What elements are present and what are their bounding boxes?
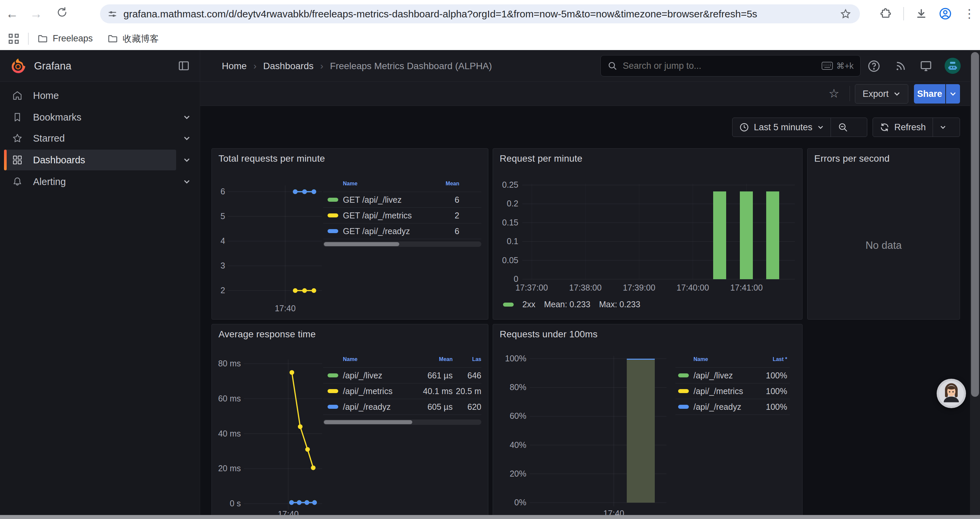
help-icon[interactable] xyxy=(866,58,882,74)
search-input[interactable] xyxy=(623,61,822,71)
grafana-logo[interactable] xyxy=(10,57,27,74)
search-shortcut: ⌘+k xyxy=(822,61,854,71)
series-name[interactable]: /api/_/livez xyxy=(343,371,413,380)
export-button[interactable]: Export xyxy=(855,84,908,104)
chevron-down-icon[interactable] xyxy=(182,113,191,122)
legend-scrollbar[interactable] xyxy=(323,420,481,425)
series-chip-green[interactable] xyxy=(328,374,338,377)
series-last: 620 xyxy=(453,402,481,412)
legend-header-mean[interactable]: Mean xyxy=(419,181,459,187)
profile-icon[interactable] xyxy=(939,7,952,21)
site-settings-icon[interactable] xyxy=(107,9,118,19)
sidebar-item-link[interactable]: Bookmarks xyxy=(4,107,176,128)
grafana-brand[interactable]: Grafana xyxy=(34,60,72,72)
series-mean: 2 xyxy=(419,211,459,220)
chevron-down-icon[interactable] xyxy=(182,177,191,186)
bookmark-folder-freeleaps[interactable]: Freeleaps xyxy=(37,34,93,44)
series-chip-blue[interactable] xyxy=(328,229,338,233)
legend-scrollbar[interactable] xyxy=(323,241,481,247)
bookmark-star-icon[interactable] xyxy=(840,8,851,20)
scrollbar-thumb[interactable] xyxy=(971,52,979,397)
series-chip-yellow[interactable] xyxy=(328,213,338,217)
dashboard-toolbar: ☆ Export Share xyxy=(200,82,980,106)
sidebar-item-alerting[interactable]: Alerting xyxy=(0,171,200,192)
series-chip-blue[interactable] xyxy=(678,405,689,409)
panel-title[interactable]: Errors per second xyxy=(814,153,889,164)
divider xyxy=(28,33,29,45)
legend-header-name[interactable]: Name xyxy=(343,356,413,363)
keyboard-icon xyxy=(822,61,833,70)
breadcrumb-separator: › xyxy=(320,61,323,72)
sidebar-toggle-icon[interactable] xyxy=(177,59,190,72)
request-per-minute-plot[interactable] xyxy=(493,149,803,320)
series-chip-blue[interactable] xyxy=(328,405,338,409)
sidebar-item-starred[interactable]: Starred xyxy=(0,128,200,149)
back-icon[interactable]: ← xyxy=(0,7,24,21)
series-last: 20.5 m xyxy=(453,386,481,396)
breadcrumb: Home › Dashboards › Freeleaps Metrics Da… xyxy=(222,50,492,82)
refresh-interval-button[interactable] xyxy=(933,118,953,137)
legend-header-last[interactable]: Last * xyxy=(751,356,787,363)
time-range-picker[interactable]: Last 5 minutes xyxy=(732,118,830,137)
zoom-out-button[interactable] xyxy=(831,118,855,137)
legend-header-name[interactable]: Name xyxy=(343,181,419,187)
breadcrumb-home[interactable]: Home xyxy=(222,61,247,72)
sidebar-item-home[interactable]: Home xyxy=(0,85,200,106)
series-name[interactable]: GET /api/_/metrics xyxy=(343,211,419,220)
series-name[interactable]: 2xx xyxy=(522,300,535,309)
legend-row: /api/_/livez 661 µs 646 xyxy=(323,368,481,383)
sidebar-item-link[interactable]: Dashboards xyxy=(4,150,176,170)
series-name[interactable]: /api/_/metrics xyxy=(343,386,413,396)
reload-icon[interactable] xyxy=(50,7,74,21)
extensions-icon[interactable] xyxy=(880,8,892,20)
breadcrumb-separator: › xyxy=(253,61,256,72)
monitor-icon[interactable] xyxy=(918,58,934,74)
search-box[interactable]: ⌘+k xyxy=(600,55,861,77)
series-name[interactable]: GET /api/_/readyz xyxy=(343,227,419,236)
legend-table: Name Last * /api/_/livez 100% /api/_/met… xyxy=(675,351,790,415)
bookmark-folder-blogs[interactable]: 收藏博客 xyxy=(107,33,159,45)
chevron-down-icon[interactable] xyxy=(182,155,191,164)
legend-header-name[interactable]: Name xyxy=(694,356,751,363)
series-name[interactable]: /api/_/readyz xyxy=(343,402,413,412)
apps-grid-icon[interactable] xyxy=(9,34,19,44)
page-scrollbar[interactable] xyxy=(970,50,980,519)
screen: ← → grafana.mathmast.com/d/deytv4rwavabk… xyxy=(0,0,980,519)
sidebar-item-link[interactable]: Starred xyxy=(4,128,176,149)
browser-menu-icon[interactable]: ⋮ xyxy=(963,7,975,21)
sidebar-item-link[interactable]: Home xyxy=(4,85,176,106)
share-button[interactable]: Share xyxy=(914,84,945,104)
forward-icon[interactable]: → xyxy=(24,7,48,21)
series-chip-green[interactable] xyxy=(503,303,514,307)
sidebar-item-dashboards[interactable]: Dashboards xyxy=(0,150,200,170)
address-bar[interactable]: grafana.mathmast.com/d/deytv4rwavabkb/fr… xyxy=(100,4,860,23)
user-avatar[interactable] xyxy=(945,58,961,74)
favorite-star-icon[interactable]: ☆ xyxy=(829,86,839,101)
y-tick-label: 0% xyxy=(493,498,527,507)
legend-header-last[interactable]: Las xyxy=(453,356,481,363)
series-name[interactable]: /api/_/metrics xyxy=(694,386,751,396)
series-name[interactable]: GET /api/_/livez xyxy=(343,195,419,205)
url-text[interactable]: grafana.mathmast.com/d/deytv4rwavabkb/fr… xyxy=(123,8,840,20)
legend-row: /api/_/metrics 100% xyxy=(675,383,790,399)
series-chip-yellow[interactable] xyxy=(328,389,338,393)
series-chip-green[interactable] xyxy=(328,198,338,202)
legend-table: Name Mean GET /api/_/livez 6 GET /api/_/… xyxy=(323,175,481,239)
assistant-avatar-floating[interactable] xyxy=(937,379,966,408)
x-tick-label: 17:41:00 xyxy=(730,283,762,292)
breadcrumb-dashboards[interactable]: Dashboards xyxy=(263,61,313,72)
series-name[interactable]: /api/_/readyz xyxy=(694,402,751,412)
home-icon xyxy=(12,90,23,101)
download-icon[interactable] xyxy=(915,8,927,20)
search-icon xyxy=(608,61,617,71)
series-chip-green[interactable] xyxy=(678,374,689,377)
sidebar-item-link[interactable]: Alerting xyxy=(4,171,176,192)
share-menu-button[interactable] xyxy=(945,84,960,104)
series-chip-yellow[interactable] xyxy=(678,389,689,393)
legend-header-mean[interactable]: Mean xyxy=(413,356,453,363)
news-rss-icon[interactable] xyxy=(892,58,908,74)
refresh-button[interactable]: Refresh xyxy=(873,118,932,137)
series-name[interactable]: /api/_/livez xyxy=(694,371,751,380)
chevron-down-icon[interactable] xyxy=(182,134,191,143)
sidebar-item-bookmarks[interactable]: Bookmarks xyxy=(0,107,200,128)
